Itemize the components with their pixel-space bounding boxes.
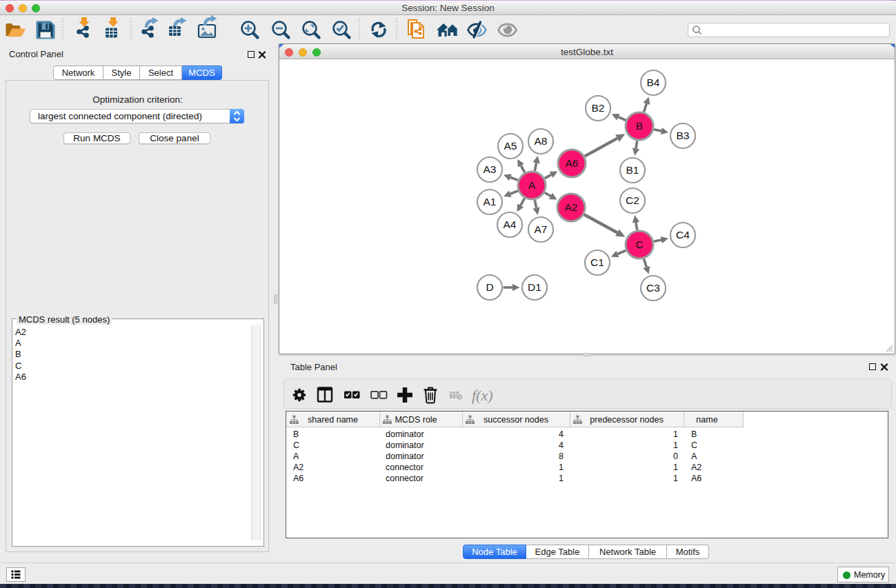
svg-text:A4: A4 xyxy=(504,219,517,230)
svg-text:C4: C4 xyxy=(676,229,690,241)
svg-text:C1: C1 xyxy=(590,256,604,268)
svg-text:B: B xyxy=(636,120,643,132)
svg-text:A1: A1 xyxy=(484,196,497,207)
svg-text:B2: B2 xyxy=(592,102,605,114)
svg-text:A: A xyxy=(528,179,536,191)
svg-text:A2: A2 xyxy=(565,201,578,213)
svg-text:C3: C3 xyxy=(646,282,660,294)
svg-text:A8: A8 xyxy=(535,135,548,147)
svg-text:C: C xyxy=(635,239,643,250)
svg-text:B3: B3 xyxy=(677,130,690,141)
svg-text:f(x): f(x) xyxy=(472,387,493,404)
svg-text:C2: C2 xyxy=(626,194,639,206)
svg-text:B1: B1 xyxy=(626,164,639,176)
svg-text:D: D xyxy=(486,281,493,293)
svg-text:A5: A5 xyxy=(504,140,517,152)
svg-text:D1: D1 xyxy=(528,281,541,293)
svg-text:A7: A7 xyxy=(535,223,548,235)
svg-text:A3: A3 xyxy=(484,163,497,175)
svg-text:B4: B4 xyxy=(647,77,660,88)
svg-text:A6: A6 xyxy=(566,157,579,169)
